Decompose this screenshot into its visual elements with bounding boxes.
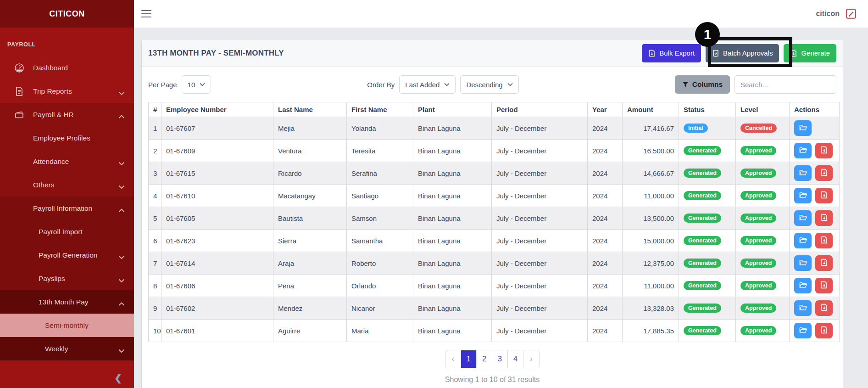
download-pdf-button[interactable]: [815, 278, 833, 293]
status-cell: Generated: [679, 207, 736, 230]
batch-approvals-button[interactable]: Batch Approvals: [706, 44, 779, 62]
per-page-select[interactable]: 10: [182, 75, 211, 94]
download-pdf-button[interactable]: [815, 300, 833, 316]
file-download-icon: [820, 214, 828, 223]
download-pdf-button[interactable]: [815, 233, 833, 248]
column-header: Employee Number: [161, 102, 273, 117]
sidebar-item-label: Dashboard: [0, 64, 68, 72]
first-name-cell: Maria: [347, 320, 413, 342]
table-row: 201-67609VenturaTeresitaBinan LagunaJuly…: [149, 140, 840, 162]
actions-cell: [790, 140, 840, 162]
period-cell: July - December: [492, 140, 588, 162]
open-record-button[interactable]: [794, 120, 812, 136]
first-name-cell: Roberto: [347, 252, 413, 275]
status-badge: Generated: [684, 191, 721, 200]
period-cell: July - December: [492, 252, 588, 275]
open-record-button[interactable]: [794, 188, 812, 203]
year-cell: 2024: [588, 320, 623, 342]
order-field-select[interactable]: Last Added: [399, 75, 456, 94]
sidebar-item-trip-reports[interactable]: Trip Reports: [0, 79, 134, 103]
sidebar-collapse-button[interactable]: ❮: [0, 368, 134, 388]
employee-number-cell: 01-67601: [161, 320, 273, 342]
level-cell: Approved: [736, 297, 790, 320]
actions-cell: [790, 275, 840, 297]
page-button-1[interactable]: 1: [461, 350, 477, 368]
level-badge: Approved: [740, 236, 776, 245]
sidebar-item-payroll-generation[interactable]: Payroll Generation: [0, 243, 134, 267]
status-cell: Generated: [679, 162, 736, 185]
table-row: 701-67614ArajaRobertoBinan LagunaJuly - …: [149, 252, 840, 275]
sidebar-item-13th-month-pay[interactable]: 13th Month Pay: [0, 290, 134, 314]
year-cell: 2024: [588, 117, 623, 140]
bulk-export-button[interactable]: Bulk Export: [642, 44, 701, 62]
row-number-cell: 2: [149, 140, 161, 162]
columns-button[interactable]: Columns: [675, 75, 730, 94]
file-icon: [14, 86, 25, 97]
sidebar-item-payroll-information[interactable]: Payroll Information: [0, 197, 134, 220]
sidebar-item-dashboard[interactable]: Dashboard: [0, 56, 134, 79]
period-cell: July - December: [492, 230, 588, 252]
open-record-button[interactable]: [794, 210, 812, 226]
folder-open-icon: [799, 304, 807, 313]
status-badge: Generated: [684, 304, 721, 313]
sidebar-item-weekly[interactable]: Weekly: [0, 337, 134, 360]
open-record-button[interactable]: [794, 255, 812, 271]
download-pdf-button[interactable]: [815, 210, 833, 226]
menu-toggle-icon[interactable]: [141, 10, 151, 17]
generate-button[interactable]: Generate: [784, 44, 836, 62]
sidebar-item-payroll-import[interactable]: Payroll Import: [0, 220, 134, 243]
open-record-button[interactable]: [794, 323, 812, 338]
download-pdf-button[interactable]: [815, 188, 833, 203]
status-badge: Generated: [684, 281, 721, 290]
main-content: 13TH MONTH PAY - SEMI-MONTHLY Bulk Expor…: [134, 28, 868, 388]
employee-number-cell: 01-67607: [161, 117, 273, 140]
first-name-cell: Orlando: [347, 275, 413, 297]
open-record-button[interactable]: [794, 278, 812, 293]
open-record-button[interactable]: [794, 165, 812, 181]
order-direction-select[interactable]: Descending: [460, 75, 518, 94]
column-header: Period: [492, 102, 588, 117]
sidebar-item-semi-monthly[interactable]: Semi-monthly: [0, 314, 134, 337]
page-button-2[interactable]: 2: [477, 350, 492, 368]
actions-cell: [790, 320, 840, 342]
first-name-cell: Samantha: [347, 230, 413, 252]
folder-open-icon: [799, 236, 807, 245]
download-pdf-button[interactable]: [815, 165, 833, 181]
sidebar-item-attendance[interactable]: Attendance: [0, 150, 134, 173]
sidebar-item-payroll-hr[interactable]: Payroll & HR: [0, 103, 134, 126]
page-button-4[interactable]: 4: [508, 350, 523, 368]
level-badge: Approved: [740, 191, 776, 200]
search-input[interactable]: [734, 75, 836, 94]
amount-cell: 14,666.67: [623, 162, 679, 185]
download-pdf-button[interactable]: [815, 143, 833, 158]
download-pdf-button[interactable]: [815, 255, 833, 271]
open-record-button[interactable]: [794, 143, 812, 158]
plant-cell: Binan Laguna: [413, 297, 492, 320]
sidebar-item-payslips[interactable]: Payslips: [0, 267, 134, 290]
open-record-button[interactable]: [794, 233, 812, 248]
level-cell: Approved: [736, 275, 790, 297]
edit-square-icon[interactable]: [845, 8, 857, 20]
next-page-button[interactable]: ›: [523, 350, 539, 368]
sidebar-item-employee-profiles[interactable]: Employee Profiles: [0, 126, 134, 150]
page-button-3[interactable]: 3: [492, 350, 508, 368]
actions-cell: [790, 185, 840, 207]
sidebar-item-others[interactable]: Others: [0, 173, 134, 197]
plant-cell: Binan Laguna: [413, 252, 492, 275]
sidebar-section-label: PAYROLL: [0, 28, 134, 56]
table-row: 301-67615RicardoSerafinaBinan LagunaJuly…: [149, 162, 840, 185]
year-cell: 2024: [588, 230, 623, 252]
open-record-button[interactable]: [794, 300, 812, 316]
prev-page-button[interactable]: ‹: [445, 350, 461, 368]
level-badge: Approved: [740, 259, 776, 268]
table-row: 1001-67601AguirreMariaBinan LagunaJuly -…: [149, 320, 840, 342]
folder-open-icon: [799, 191, 807, 200]
sidebar-item-label: Employee Profiles: [0, 134, 90, 142]
plant-cell: Binan Laguna: [413, 230, 492, 252]
download-pdf-button[interactable]: [815, 323, 833, 338]
year-cell: 2024: [588, 185, 623, 207]
last-name-cell: Ventura: [273, 140, 347, 162]
status-badge: Generated: [684, 259, 721, 268]
brand-logo[interactable]: CITICON: [0, 0, 134, 28]
actions-cell: [790, 207, 840, 230]
